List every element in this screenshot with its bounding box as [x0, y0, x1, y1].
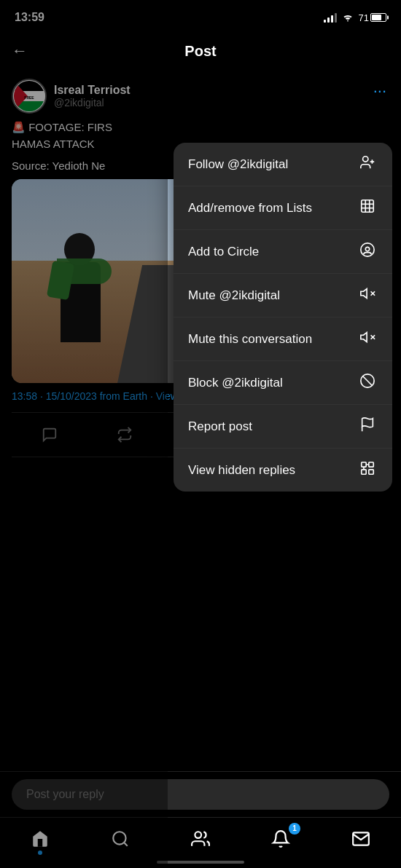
context-menu: Follow @2ikdigital Add/remove from Lists… [174, 143, 392, 492]
menu-item-report[interactable]: Report post [174, 405, 392, 449]
svg-rect-11 [362, 200, 374, 213]
menu-item-mute-conv[interactable]: Mute this conversation [174, 317, 392, 361]
wifi-icon [341, 12, 354, 24]
svg-rect-28 [369, 470, 373, 474]
user-handle: @2ikdigital [54, 97, 131, 108]
svg-point-16 [361, 243, 374, 256]
svg-rect-26 [362, 462, 366, 467]
menu-item-block[interactable]: Block @2ikdigital [174, 361, 392, 405]
nav-search[interactable] [102, 824, 139, 856]
avatar: FREE [12, 79, 47, 114]
flag-icon [357, 417, 378, 436]
retweet-button[interactable] [112, 422, 138, 448]
mute-user-icon [357, 285, 378, 305]
home-icon [31, 829, 50, 851]
signal-icon [324, 12, 337, 23]
person-circle-icon [357, 242, 378, 261]
menu-item-lists-label: Add/remove from Lists [188, 201, 312, 216]
user-name-block: Isreal Terriost @2ikdigital [54, 84, 131, 108]
menu-item-mute-user-label: Mute @2ikdigital [188, 288, 280, 303]
list-add-icon [357, 198, 378, 218]
svg-marker-20 [361, 333, 367, 342]
nav-messages[interactable] [343, 824, 379, 856]
block-icon [357, 373, 378, 392]
user-info: FREE Isreal Terriost @2ikdigital [12, 79, 131, 114]
svg-point-32 [113, 832, 125, 844]
nav-home[interactable] [22, 824, 58, 856]
svg-point-8 [363, 157, 368, 162]
reply-bar: Post your reply [0, 771, 401, 817]
menu-item-follow-label: Follow @2ikdigital [188, 157, 288, 172]
person-add-icon [357, 154, 378, 174]
svg-rect-29 [362, 470, 366, 474]
svg-marker-17 [361, 289, 367, 299]
svg-text:FREE: FREE [24, 95, 34, 100]
messages-icon [351, 829, 370, 851]
menu-item-mute-conv-label: Mute this conversation [188, 332, 312, 347]
more-options-button[interactable]: ··· [370, 79, 389, 103]
back-button[interactable]: ← [12, 39, 34, 63]
hidden-replies-icon [357, 460, 378, 480]
menu-item-report-label: Report post [188, 419, 252, 434]
menu-item-mute-user[interactable]: Mute @2ikdigital [174, 274, 392, 317]
battery-icon: 71 [359, 12, 386, 23]
user-row: FREE Isreal Terriost @2ikdigital ··· [12, 79, 389, 114]
menu-item-circle-label: Add to Circle [188, 245, 259, 259]
notifications-icon [271, 829, 290, 851]
display-name: Isreal Terriost [54, 84, 131, 97]
svg-rect-27 [369, 462, 373, 467]
svg-line-33 [124, 843, 128, 846]
status-bar: 13:59 71 [0, 0, 401, 32]
status-icons: 71 [324, 12, 386, 24]
menu-item-hidden-replies-label: View hidden replies [188, 463, 295, 478]
nav-notifications[interactable]: 1 [262, 824, 299, 856]
reply-input[interactable]: Post your reply [12, 779, 389, 810]
comment-button[interactable] [36, 422, 63, 448]
status-time: 13:59 [15, 11, 44, 24]
menu-item-circle[interactable]: Add to Circle [174, 230, 392, 274]
svg-point-34 [195, 832, 201, 838]
menu-item-lists[interactable]: Add/remove from Lists [174, 186, 392, 230]
search-icon [111, 829, 130, 851]
menu-item-follow[interactable]: Follow @2ikdigital [174, 143, 392, 186]
nav-communities[interactable] [182, 824, 219, 856]
home-indicator [157, 861, 244, 864]
home-active-dot [38, 851, 42, 855]
notifications-badge: 1 [289, 823, 300, 835]
menu-item-block-label: Block @2ikdigital [188, 376, 283, 390]
page-title: Post [184, 43, 216, 60]
header: ← Post [0, 32, 401, 70]
menu-item-hidden-replies[interactable]: View hidden replies [174, 449, 392, 492]
communities-icon [191, 829, 210, 851]
mute-conv-icon [357, 329, 378, 349]
svg-line-24 [363, 376, 373, 386]
